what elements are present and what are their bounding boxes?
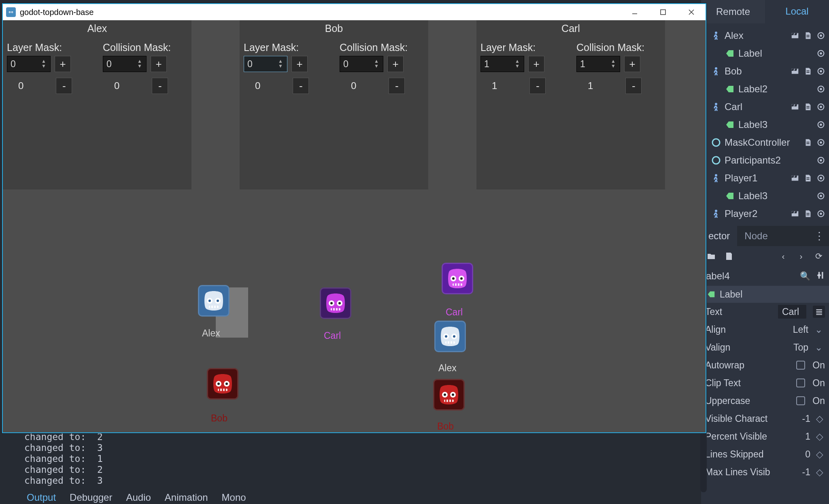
clapper-icon[interactable]: [790, 102, 800, 112]
tools-icon[interactable]: [816, 271, 824, 281]
prop-skip[interactable]: Lines Skipped0◇: [701, 445, 829, 463]
section-label[interactable]: Label: [701, 286, 829, 303]
clapper-icon[interactable]: [790, 31, 800, 40]
tree-node-player2[interactable]: ⌄ Player2: [702, 205, 826, 223]
collision-mask-input[interactable]: 0▲▼: [103, 56, 147, 72]
script-icon[interactable]: [803, 31, 813, 40]
close-button[interactable]: [677, 4, 706, 20]
spinner-icon[interactable]: ◇: [814, 413, 825, 424]
eye-icon[interactable]: [816, 49, 826, 58]
eye-icon[interactable]: [816, 173, 826, 183]
open-icon[interactable]: [706, 251, 716, 262]
prop-pct[interactable]: Percent Visible1◇: [701, 427, 829, 445]
prop-clip[interactable]: Clip TextOn: [701, 374, 829, 392]
bottom-tab-output[interactable]: Output: [27, 492, 56, 503]
layer-mask-input[interactable]: 0▲▼: [244, 56, 287, 72]
prop-text[interactable]: TextCarl≣: [701, 303, 829, 321]
tree-node-label3[interactable]: Label3: [702, 116, 826, 134]
scene-tab-remote[interactable]: Remote: [701, 0, 765, 23]
script-icon[interactable]: [803, 66, 813, 76]
prop-autowrap[interactable]: AutowrapOn: [701, 356, 829, 374]
clapper-icon[interactable]: [790, 209, 800, 219]
eye-icon[interactable]: [816, 120, 826, 130]
tab-inspector[interactable]: ector: [701, 226, 737, 246]
eye-icon[interactable]: [816, 138, 826, 147]
spinner-icon[interactable]: ◇: [814, 467, 825, 478]
checkbox-icon[interactable]: [796, 379, 805, 387]
collision-remove-button[interactable]: -: [625, 78, 642, 94]
layer-remove-button[interactable]: -: [293, 78, 309, 94]
player-sprite-alex[interactable]: [198, 285, 230, 317]
spinner-icon[interactable]: ◇: [814, 449, 825, 460]
clapper-icon[interactable]: [790, 173, 800, 183]
prop-upper[interactable]: UppercaseOn: [701, 392, 829, 410]
layer-add-button[interactable]: +: [291, 56, 308, 72]
search-icon[interactable]: 🔍: [800, 271, 810, 281]
collision-add-button[interactable]: +: [151, 56, 167, 72]
eye-icon[interactable]: [816, 209, 826, 219]
tree-node-maskcontroller[interactable]: MaskController: [702, 134, 826, 151]
checkbox-icon[interactable]: [796, 396, 805, 405]
player-sprite-bob[interactable]: [207, 368, 238, 400]
player-sprite-bob[interactable]: [433, 379, 465, 410]
prop-align[interactable]: AlignLeft⌄: [701, 321, 829, 338]
bottom-tab-mono[interactable]: Mono: [222, 492, 246, 503]
tree-node-alex[interactable]: ⌄ Alex: [702, 27, 826, 45]
eye-icon[interactable]: [816, 84, 826, 94]
tree-node-label3[interactable]: Label3: [702, 187, 826, 205]
eye-icon[interactable]: [816, 191, 826, 201]
prop-valign[interactable]: ValignTop⌄: [701, 338, 829, 356]
chevron-down-icon[interactable]: ⌄: [812, 342, 825, 353]
tree-node-bob[interactable]: ⌄ Bob: [702, 62, 826, 80]
collision-add-button[interactable]: +: [387, 56, 404, 72]
maximize-button[interactable]: [649, 4, 677, 20]
text-value[interactable]: Carl: [778, 305, 806, 319]
player-sprite-carl[interactable]: [442, 263, 473, 294]
history-fwd-icon[interactable]: ›: [796, 251, 806, 262]
collision-mask-input[interactable]: 0▲▼: [340, 56, 383, 72]
eye-icon[interactable]: [816, 102, 826, 112]
collision-mask-input[interactable]: 1▲▼: [576, 56, 620, 72]
bottom-tab-debugger[interactable]: Debugger: [70, 492, 112, 503]
history-reload-icon[interactable]: ⟳: [814, 251, 824, 262]
collision-add-button[interactable]: +: [624, 56, 640, 72]
layer-mask-input[interactable]: 0▲▼: [7, 56, 51, 72]
multiline-icon[interactable]: ≣: [813, 306, 825, 318]
tree-node-carl[interactable]: ⌄ Carl: [702, 98, 826, 116]
script-icon[interactable]: [803, 138, 813, 147]
tab-node[interactable]: Node: [737, 226, 775, 246]
tree-node-label[interactable]: Label: [702, 45, 826, 62]
tree-node-participants2[interactable]: Participants2: [702, 151, 826, 169]
chevron-down-icon[interactable]: ⌄: [812, 324, 825, 335]
history-back-icon[interactable]: ‹: [778, 251, 789, 262]
layer-remove-button[interactable]: -: [529, 78, 546, 94]
layer-add-button[interactable]: +: [528, 56, 544, 72]
prop-max[interactable]: Max Lines Visib-1◇: [701, 463, 829, 481]
kebab-menu-icon[interactable]: ⋮: [814, 230, 829, 242]
layer-remove-button[interactable]: -: [56, 78, 72, 94]
script-icon[interactable]: [803, 102, 813, 112]
save-icon[interactable]: [724, 251, 734, 262]
bottom-tab-audio[interactable]: Audio: [126, 492, 151, 503]
eye-icon[interactable]: [816, 66, 826, 76]
player-sprite-alex[interactable]: [434, 321, 466, 352]
tree-node-label2[interactable]: Label2: [702, 80, 826, 98]
layer-add-button[interactable]: +: [55, 56, 71, 72]
game-viewport[interactable]: Alex Layer Mask: 0▲▼ + 0 - Collision Mas…: [3, 20, 706, 432]
player-sprite-carl[interactable]: [320, 287, 351, 319]
clapper-icon[interactable]: [790, 66, 800, 76]
script-icon[interactable]: [803, 173, 813, 183]
collision-remove-button[interactable]: -: [389, 78, 405, 94]
output-scrollbar[interactable]: [700, 432, 707, 492]
scene-tab-local[interactable]: Local: [765, 0, 829, 23]
script-icon[interactable]: [803, 209, 813, 219]
eye-icon[interactable]: [816, 31, 826, 40]
minimize-button[interactable]: [621, 4, 649, 20]
eye-icon[interactable]: [816, 155, 826, 165]
layer-mask-input[interactable]: 1▲▼: [480, 56, 524, 72]
tree-node-player1[interactable]: ⌄ Player1: [702, 169, 826, 187]
prop-vis[interactable]: Visible Charact-1◇: [701, 410, 829, 427]
collision-remove-button[interactable]: -: [152, 78, 168, 94]
spinner-icon[interactable]: ◇: [814, 431, 825, 442]
bottom-tab-animation[interactable]: Animation: [165, 492, 208, 503]
